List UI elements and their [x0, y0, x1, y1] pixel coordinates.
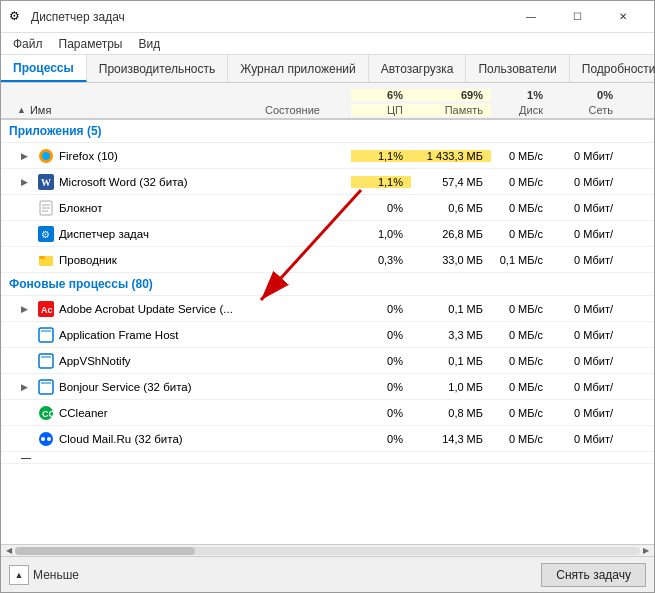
col-cpu-header[interactable]: ЦП: [351, 104, 411, 116]
svg-point-1: [42, 152, 50, 160]
col-mem-header[interactable]: Память: [411, 104, 491, 116]
svg-text:Ac: Ac: [41, 305, 53, 315]
main-window: ⚙ Диспетчер задач — ☐ ✕ Файл Параметры В…: [0, 0, 655, 593]
bottom-bar: ▲ Меньше Снять задачу: [1, 556, 654, 592]
svg-rect-17: [41, 356, 51, 358]
title-bar-left: ⚙ Диспетчер задач: [9, 9, 125, 25]
tab-startup[interactable]: Автозагрузка: [369, 55, 467, 82]
close-button[interactable]: ✕: [600, 1, 646, 33]
taskmgr-cpu: 1,0%: [351, 228, 411, 240]
menu-file[interactable]: Файл: [5, 35, 51, 53]
scrollbar-thumb[interactable]: [15, 547, 195, 555]
app-icon: ⚙: [9, 9, 25, 25]
menu-bar: Файл Параметры Вид: [1, 33, 654, 55]
svg-text:W: W: [41, 177, 51, 188]
appvsh-disk: 0 МБ/с: [491, 355, 551, 367]
maximize-button[interactable]: ☐: [554, 1, 600, 33]
word-cpu: 1,1%: [351, 176, 411, 188]
minimize-button[interactable]: —: [508, 1, 554, 33]
taskmgr-label: Диспетчер задач: [59, 228, 149, 240]
appframe-disk: 0 МБ/с: [491, 329, 551, 341]
word-label: Microsoft Word (32 бита): [59, 176, 188, 188]
firefox-cpu: 1,1%: [351, 150, 411, 162]
row-cloudmail[interactable]: ▶ Cloud Mail.Ru (32 бита) 0% 14,3 МБ 0 М…: [1, 426, 654, 452]
firefox-name: ▶ Firefox (10): [1, 148, 261, 164]
horizontal-scrollbar[interactable]: ◀ ▶: [1, 544, 654, 556]
ccleaner-mem: 0,8 МБ: [411, 407, 491, 419]
menu-view[interactable]: Вид: [130, 35, 168, 53]
section-bg: Фоновые процессы (80): [1, 273, 654, 296]
row-adobe[interactable]: ▶ Ac Adobe Acrobat Update Service (... 0…: [1, 296, 654, 322]
ccleaner-cpu: 0%: [351, 407, 411, 419]
cloudmail-label: Cloud Mail.Ru (32 бита): [59, 433, 183, 445]
row-explorer[interactable]: ▶ Проводник 0,3% 33,0 МБ 0,1 МБ/с 0 Мбит…: [1, 247, 654, 273]
taskmgr-net: 0 Мбит/: [551, 228, 621, 240]
col-status-header[interactable]: Состояние: [261, 104, 351, 116]
bonjour-expand[interactable]: ▶: [21, 382, 33, 392]
appframe-icon: [38, 327, 54, 343]
taskmgr-icon: ⚙: [38, 226, 54, 242]
tabs-bar: Процессы Производительность Журнал прило…: [1, 55, 654, 83]
row-word[interactable]: ▶ W Microsoft Word (32 бита) 1,1% 57,4 М…: [1, 169, 654, 195]
adobe-mem: 0,1 МБ: [411, 303, 491, 315]
mem-header-pct: 69%: [411, 89, 491, 101]
tab-performance[interactable]: Производительность: [87, 55, 228, 82]
col-disk-header[interactable]: Диск: [491, 104, 551, 116]
appvsh-label: AppVShNotify: [59, 355, 131, 367]
scroll-right-arrow[interactable]: ▶: [640, 545, 652, 557]
cpu-header-pct: 6%: [351, 89, 411, 101]
process-list: Приложения (5) ▶ Firefox (10) 1,1% 1 433…: [1, 120, 654, 544]
bonjour-mem: 1,0 МБ: [411, 381, 491, 393]
bonjour-name: ▶ Bonjour Service (32 бита): [1, 379, 261, 395]
less-label: Меньше: [33, 568, 79, 582]
menu-params[interactable]: Параметры: [51, 35, 131, 53]
explorer-disk: 0,1 МБ/с: [491, 254, 551, 266]
explorer-mem: 33,0 МБ: [411, 254, 491, 266]
col-name-header[interactable]: Имя: [30, 104, 51, 116]
svg-point-24: [47, 437, 51, 441]
disk-header-pct: 1%: [491, 89, 551, 101]
explorer-cpu: 0,3%: [351, 254, 411, 266]
window-title: Диспетчер задач: [31, 10, 125, 24]
end-task-button[interactable]: Снять задачу: [541, 563, 646, 587]
firefox-expand[interactable]: ▶: [21, 151, 33, 161]
partial-name: —: [1, 452, 261, 463]
notepad-disk: 0 МБ/с: [491, 202, 551, 214]
firefox-disk: 0 МБ/с: [491, 150, 551, 162]
svg-rect-19: [41, 382, 51, 384]
taskmgr-disk: 0 МБ/с: [491, 228, 551, 240]
appframe-mem: 3,3 МБ: [411, 329, 491, 341]
row-appframe[interactable]: ▶ Application Frame Host 0% 3,3 МБ 0 МБ/…: [1, 322, 654, 348]
word-expand[interactable]: ▶: [21, 177, 33, 187]
col-net-header[interactable]: Сеть: [551, 104, 621, 116]
appframe-cpu: 0%: [351, 329, 411, 341]
cloudmail-mem: 14,3 МБ: [411, 433, 491, 445]
notepad-name: ▶ Блокнот: [1, 200, 261, 216]
appvsh-icon: [38, 353, 54, 369]
taskmgr-name: ▶ ⚙ Диспетчер задач: [1, 226, 261, 242]
word-disk: 0 МБ/с: [491, 176, 551, 188]
scroll-left-arrow[interactable]: ◀: [3, 545, 15, 557]
row-ccleaner[interactable]: ▶ CC CCleaner 0% 0,8 МБ 0 МБ/с 0 Мбит/: [1, 400, 654, 426]
row-appvsh[interactable]: ▶ AppVShNotify 0% 0,1 МБ 0 МБ/с 0 Мбит/: [1, 348, 654, 374]
less-button[interactable]: ▲ Меньше: [9, 565, 79, 585]
adobe-disk: 0 МБ/с: [491, 303, 551, 315]
word-icon: W: [38, 174, 54, 190]
notepad-net: 0 Мбит/: [551, 202, 621, 214]
adobe-expand[interactable]: ▶: [21, 304, 33, 314]
row-bonjour[interactable]: ▶ Bonjour Service (32 бита) 0% 1,0 МБ 0 …: [1, 374, 654, 400]
row-firefox[interactable]: ▶ Firefox (10) 1,1% 1 433,3 МБ 0 МБ/с 0 …: [1, 143, 654, 169]
adobe-name: ▶ Ac Adobe Acrobat Update Service (...: [1, 301, 261, 317]
notepad-icon: [38, 200, 54, 216]
cloudmail-net: 0 Мбит/: [551, 433, 621, 445]
scrollbar-track: [15, 547, 640, 555]
tab-app-history[interactable]: Журнал приложений: [228, 55, 368, 82]
row-taskmgr[interactable]: ▶ ⚙ Диспетчер задач 1,0% 26,8 МБ 0 МБ/с …: [1, 221, 654, 247]
tab-details[interactable]: Подробности: [570, 55, 655, 82]
row-partial[interactable]: —: [1, 452, 654, 464]
tab-processes[interactable]: Процессы: [1, 55, 87, 82]
bonjour-disk: 0 МБ/с: [491, 381, 551, 393]
svg-text:⚙: ⚙: [41, 229, 50, 240]
row-notepad[interactable]: ▶ Блокнот 0% 0,6 МБ 0 МБ/с 0 Мбит/: [1, 195, 654, 221]
tab-users[interactable]: Пользователи: [466, 55, 569, 82]
